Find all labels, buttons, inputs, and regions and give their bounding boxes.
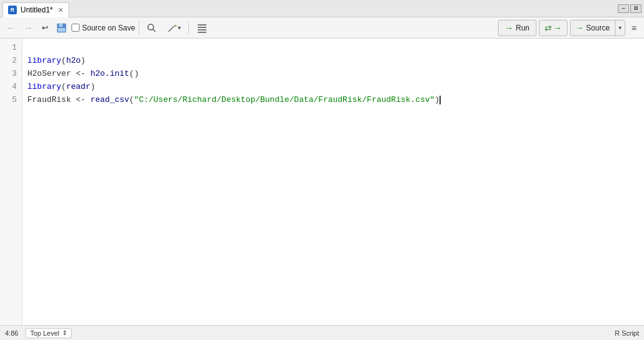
svg-line-4 [153, 29, 155, 32]
svg-text:✦: ✦ [175, 24, 177, 27]
minimize-button[interactable]: ─ [618, 4, 629, 13]
run-arrow-icon: → [505, 23, 513, 33]
source-dropdown-button[interactable]: ▾ [615, 21, 625, 35]
rerun-button[interactable]: ⇄ → [539, 20, 568, 36]
save-button[interactable] [54, 20, 69, 36]
source-arrow-icon: → [576, 23, 584, 32]
rerun-right-icon: → [553, 23, 562, 33]
restore-button[interactable]: ⧉ [630, 4, 642, 13]
scope-indicator[interactable]: Top Level ⇕ [25, 328, 71, 338]
line-number-2: 2 [5, 54, 17, 67]
svg-rect-1 [59, 24, 63, 27]
svg-rect-9 [198, 27, 206, 28]
source-button-group: → Source ▾ [570, 20, 625, 36]
svg-rect-11 [198, 32, 206, 33]
source-label: Source [586, 24, 610, 32]
line-number-1: 1 [5, 41, 17, 54]
magic-wand-button[interactable]: ✦ ▾ [163, 20, 185, 36]
line-number-4: 4 [5, 80, 17, 93]
code-editor[interactable]: library(h2o) H2oServer <- h2o.init() lib… [22, 39, 644, 325]
run-label: Run [516, 24, 530, 32]
script-type: R Script [615, 329, 639, 337]
svg-point-3 [148, 24, 154, 30]
source-on-save-label[interactable]: Source on Save [71, 24, 135, 32]
separator-1 [139, 22, 139, 34]
svg-rect-10 [198, 29, 206, 30]
line-numbers: 1 2 3 4 5 [0, 39, 22, 325]
window-controls: ─ ⧉ [618, 4, 642, 13]
magic-dropdown-arrow: ▾ [178, 24, 181, 31]
source-main-button[interactable]: → Source [571, 21, 615, 35]
scope-arrows: ⇕ [62, 329, 67, 336]
more-icon: ≡ [632, 23, 637, 33]
status-bar: 4:86 Top Level ⇕ R Script [0, 325, 644, 340]
scope-label: Top Level [30, 329, 59, 337]
more-options-button[interactable]: ≡ [628, 20, 640, 36]
line-3: library(readr) [27, 82, 95, 91]
undo-button[interactable]: ← [4, 20, 19, 36]
source-on-save-checkbox[interactable] [71, 24, 80, 32]
line-number-5: 5 [5, 93, 17, 106]
source-file-button[interactable]: ↩ [39, 20, 52, 36]
line-2: H2oServer <- h2o.init() [27, 69, 139, 78]
editor-container: 1 2 3 4 5 library(h2o) H2oServer <- h2o.… [0, 39, 644, 325]
line-4: FraudRisk <- read_csv("C:/Users/Richard/… [27, 95, 441, 104]
editor-tab[interactable]: R Untitled1* ✕ [2, 2, 69, 17]
magic-wand-icon: ✦ [167, 22, 178, 34]
r-icon: R [8, 6, 17, 14]
save-icon [56, 22, 67, 34]
title-bar: R Untitled1* ✕ ─ ⧉ [0, 0, 644, 17]
tab-label: Untitled1* [21, 6, 53, 14]
rerun-left-icon: ⇄ [545, 23, 552, 33]
cursor-position: 4:86 [5, 329, 18, 337]
lines-icon [196, 22, 208, 34]
redo-button[interactable]: → [21, 20, 36, 36]
code-view-button[interactable] [193, 20, 211, 36]
source-on-save-text: Source on Save [82, 24, 135, 32]
tab-close-btn[interactable]: ✕ [58, 6, 63, 14]
svg-line-5 [168, 26, 174, 32]
svg-rect-8 [198, 24, 206, 25]
line-number-3: 3 [5, 67, 17, 80]
run-button[interactable]: → Run [498, 20, 536, 36]
separator-2 [188, 22, 189, 34]
svg-rect-2 [58, 28, 65, 32]
search-button[interactable] [143, 20, 160, 36]
search-icon [147, 23, 157, 33]
toolbar: ← → ↩ Source on Save ✦ ▾ [0, 17, 644, 39]
line-1: library(h2o) [27, 56, 86, 65]
